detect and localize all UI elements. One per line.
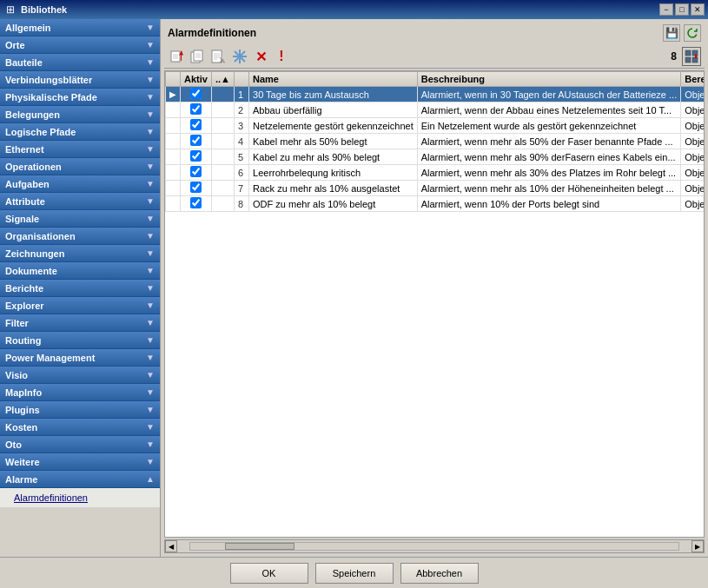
chevron-icon: ▼ xyxy=(146,127,155,136)
sidebar-item-label: Explorer xyxy=(5,301,44,311)
table-row[interactable]: 8ODF zu mehr als 10% belegtAlarmiert, we… xyxy=(166,196,705,212)
scroll-thumb[interactable] xyxy=(225,543,294,550)
col-number[interactable] xyxy=(234,72,248,87)
name-cell: Kabel mehr als 50% belegt xyxy=(249,134,418,149)
minimize-button[interactable]: − xyxy=(659,3,673,16)
aktiv-checkbox[interactable] xyxy=(190,197,202,208)
table-row[interactable]: 4Kabel mehr als 50% belegtAlarmiert, wen… xyxy=(166,134,705,149)
sidebar-item-label: Kosten xyxy=(5,422,37,433)
sidebar-item-operationen[interactable]: Operationen▼ xyxy=(0,158,160,175)
table-row[interactable]: 6Leerrohrbelequng kritischAlarmiert, wen… xyxy=(166,165,705,181)
sidebar-item-plugins[interactable]: Plugins▼ xyxy=(0,401,160,419)
sidebar-item-orte[interactable]: Orte▼ xyxy=(0,36,160,54)
description-cell: Alarmiert, wenn mehr als 30% des Platzes… xyxy=(417,165,681,181)
sidebar-item-berichte[interactable]: Berichte▼ xyxy=(0,280,160,297)
sidebar-item-mapinfo[interactable]: MapInfo▼ xyxy=(0,384,160,401)
sidebar-item-label: Alarme xyxy=(5,474,37,485)
aktiv-checkbox[interactable] xyxy=(190,88,202,99)
svg-rect-21 xyxy=(685,50,691,56)
bottom-bar: OK Speichern Abbrechen xyxy=(0,557,708,588)
chevron-icon: ▼ xyxy=(146,457,155,466)
title-bar: ⊞ Bibliothek − □ ✕ xyxy=(0,0,708,19)
sidebar-item-alarme[interactable]: Alarme▲ xyxy=(0,471,160,488)
col-name[interactable]: Name xyxy=(249,72,418,87)
toolbar-grid-button[interactable] xyxy=(682,47,701,66)
sidebar-item-bauteile[interactable]: Bauteile▼ xyxy=(0,54,160,71)
ok-button[interactable]: OK xyxy=(230,563,308,584)
chevron-icon: ▼ xyxy=(146,439,155,449)
aktiv-checkbox[interactable] xyxy=(190,135,202,146)
table-container[interactable]: Aktiv ..▲ Name Beschreibung Bereich ▶130… xyxy=(164,70,705,538)
chevron-icon: ▼ xyxy=(146,144,155,154)
sidebar-item-label: Dokumente xyxy=(5,266,57,276)
sidebar-sub-item-alarmdefinitionen[interactable]: Alarmdefinitionen xyxy=(0,490,160,505)
number-cell: 3 xyxy=(234,118,248,134)
toolbar-warning-button[interactable]: ! xyxy=(272,47,291,66)
sidebar-item-zeichnungen[interactable]: Zeichnungen▼ xyxy=(0,245,160,262)
sidebar-item-label: Routing xyxy=(5,335,42,346)
aktiv-checkbox[interactable] xyxy=(190,182,202,193)
table-row[interactable]: 7Rack zu mehr als 10% ausgelastetAlarmie… xyxy=(166,181,705,196)
close-button[interactable]: ✕ xyxy=(691,3,705,16)
maximize-button[interactable]: □ xyxy=(675,3,689,16)
window-icon: ⊞ xyxy=(3,3,17,17)
scroll-left-button[interactable]: ◀ xyxy=(165,540,177,552)
sidebar-item-label: MapInfo xyxy=(5,387,42,398)
col-beschreibung[interactable]: Beschreibung xyxy=(417,72,681,87)
cancel-button[interactable]: Abbrechen xyxy=(400,563,479,584)
sidebar-item-logische-pfade[interactable]: Logische Pfade▼ xyxy=(0,123,160,141)
sidebar-item-signale[interactable]: Signale▼ xyxy=(0,210,160,228)
sidebar-item-aufgaben[interactable]: Aufgaben▼ xyxy=(0,175,160,193)
horizontal-scrollbar[interactable]: ◀ ▶ xyxy=(164,539,705,553)
number-cell: 1 xyxy=(234,87,248,102)
save-button[interactable]: Speichern xyxy=(315,563,394,584)
sidebar-item-physikalische-pfade[interactable]: Physikalische Pfade▼ xyxy=(0,89,160,106)
table-row[interactable]: 3Netzelemente gestört gekennzeichnetEin … xyxy=(166,118,705,134)
toolbar-delete-button[interactable]: ✕ xyxy=(251,47,270,66)
sidebar-item-attribute[interactable]: Attribute▼ xyxy=(0,193,160,210)
sidebar-item-dokumente[interactable]: Dokumente▼ xyxy=(0,262,160,280)
toolbar-new-button[interactable] xyxy=(168,47,187,66)
sidebar: Allgemein▼Orte▼Bauteile▼Verbindungsblätt… xyxy=(0,19,161,557)
toolbar-freeze-button[interactable] xyxy=(230,47,249,66)
name-cell: Netzelemente gestört gekennzeichnet xyxy=(249,118,418,134)
panel-refresh-button[interactable] xyxy=(684,24,701,42)
sidebar-item-visio[interactable]: Visio▼ xyxy=(0,367,160,384)
table-row[interactable]: ▶130 Tage bis zum AustauschAlarmiert, we… xyxy=(166,87,705,102)
aktiv-checkbox[interactable] xyxy=(190,166,202,177)
sidebar-item-weitere[interactable]: Weitere▼ xyxy=(0,453,160,471)
panel-save-button[interactable]: 💾 xyxy=(663,24,680,42)
sidebar-item-ethernet[interactable]: Ethernet▼ xyxy=(0,141,160,158)
description-cell: Alarmiert, wenn in 30 Tagen der AUstausc… xyxy=(417,87,681,102)
aktiv-checkbox[interactable] xyxy=(190,103,202,115)
scroll-right-button[interactable]: ▶ xyxy=(691,540,704,552)
col-sort[interactable]: ..▲ xyxy=(211,72,234,87)
table-row[interactable]: 2Abbau überfälligAlarmiert, wenn der Abb… xyxy=(166,102,705,118)
sidebar-item-oto[interactable]: Oto▼ xyxy=(0,436,160,453)
aktiv-checkbox[interactable] xyxy=(190,150,202,162)
sidebar-item-belegungen[interactable]: Belegungen▼ xyxy=(0,106,160,123)
bereich-cell: Objekt xyxy=(681,134,705,149)
sidebar-item-organisationen[interactable]: Organisationen▼ xyxy=(0,228,160,245)
sidebar-item-allgemein[interactable]: Allgemein▼ xyxy=(0,19,160,36)
sidebar-item-routing[interactable]: Routing▼ xyxy=(0,332,160,349)
aktiv-checkbox[interactable] xyxy=(190,119,202,130)
svg-rect-23 xyxy=(685,57,691,63)
sidebar-item-kosten[interactable]: Kosten▼ xyxy=(0,419,160,436)
col-bereich[interactable]: Bereich xyxy=(681,72,705,87)
sidebar-item-filter[interactable]: Filter▼ xyxy=(0,314,160,332)
toolbar-copy-button[interactable] xyxy=(189,47,208,66)
sidebar-item-label: Bauteile xyxy=(5,57,43,68)
col-indicator[interactable] xyxy=(166,72,181,87)
table-row[interactable]: 5Kabel zu mehr als 90% belegtAlarmiert, … xyxy=(166,149,705,165)
col-aktiv[interactable]: Aktiv xyxy=(181,72,212,87)
sidebar-item-verbindungsblaetter[interactable]: Verbindungsblätter▼ xyxy=(0,71,160,89)
sidebar-item-explorer[interactable]: Explorer▼ xyxy=(0,297,160,314)
bereich-cell: Objekt xyxy=(681,118,705,134)
row-indicator-cell xyxy=(166,118,181,134)
toolbar-properties-button[interactable] xyxy=(209,47,228,66)
sidebar-item-power-management[interactable]: Power Management▼ xyxy=(0,349,160,367)
bereich-cell: Objekt xyxy=(681,165,705,181)
scroll-track[interactable] xyxy=(189,542,679,551)
name-cell: Rack zu mehr als 10% ausgelastet xyxy=(249,181,418,196)
